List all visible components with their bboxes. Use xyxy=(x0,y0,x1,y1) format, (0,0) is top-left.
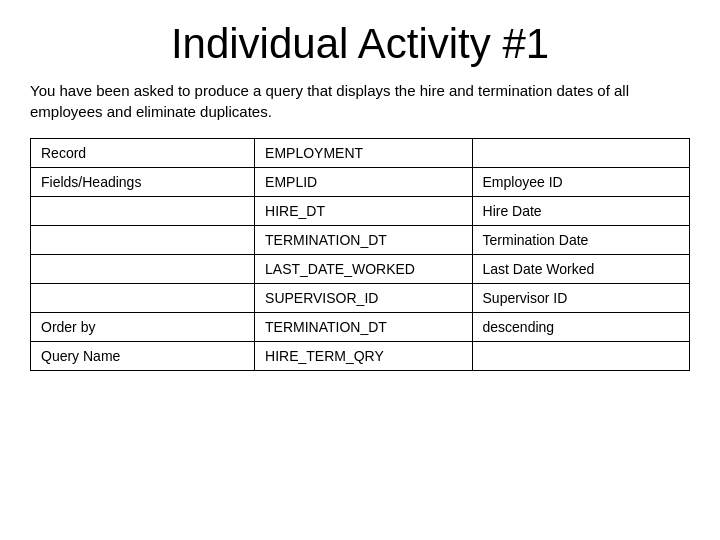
cell-r0-c0: Record xyxy=(31,139,255,168)
cell-r2-c1: HIRE_DT xyxy=(255,197,472,226)
cell-r5-c0 xyxy=(31,284,255,313)
table-row: HIRE_DTHire Date xyxy=(31,197,690,226)
cell-r2-c2: Hire Date xyxy=(472,197,689,226)
page-title: Individual Activity #1 xyxy=(30,20,690,68)
cell-r6-c0: Order by xyxy=(31,313,255,342)
cell-r6-c1: TERMINATION_DT xyxy=(255,313,472,342)
table-row: Order byTERMINATION_DTdescending xyxy=(31,313,690,342)
cell-r3-c2: Termination Date xyxy=(472,226,689,255)
cell-r0-c2 xyxy=(472,139,689,168)
table-row: SUPERVISOR_IDSupervisor ID xyxy=(31,284,690,313)
cell-r7-c1: HIRE_TERM_QRY xyxy=(255,342,472,371)
table-row: TERMINATION_DTTermination Date xyxy=(31,226,690,255)
cell-r1-c0: Fields/Headings xyxy=(31,168,255,197)
cell-r4-c2: Last Date Worked xyxy=(472,255,689,284)
cell-r6-c2: descending xyxy=(472,313,689,342)
cell-r0-c1: EMPLOYMENT xyxy=(255,139,472,168)
activity-table: RecordEMPLOYMENTFields/HeadingsEMPLIDEmp… xyxy=(30,138,690,371)
cell-r1-c1: EMPLID xyxy=(255,168,472,197)
cell-r2-c0 xyxy=(31,197,255,226)
description-text: You have been asked to produce a query t… xyxy=(30,80,690,122)
cell-r4-c1: LAST_DATE_WORKED xyxy=(255,255,472,284)
cell-r7-c2 xyxy=(472,342,689,371)
cell-r5-c2: Supervisor ID xyxy=(472,284,689,313)
cell-r3-c0 xyxy=(31,226,255,255)
table-row: LAST_DATE_WORKEDLast Date Worked xyxy=(31,255,690,284)
table-row: Query NameHIRE_TERM_QRY xyxy=(31,342,690,371)
cell-r4-c0 xyxy=(31,255,255,284)
table-row: RecordEMPLOYMENT xyxy=(31,139,690,168)
table-row: Fields/HeadingsEMPLIDEmployee ID xyxy=(31,168,690,197)
cell-r7-c0: Query Name xyxy=(31,342,255,371)
cell-r5-c1: SUPERVISOR_ID xyxy=(255,284,472,313)
cell-r1-c2: Employee ID xyxy=(472,168,689,197)
cell-r3-c1: TERMINATION_DT xyxy=(255,226,472,255)
